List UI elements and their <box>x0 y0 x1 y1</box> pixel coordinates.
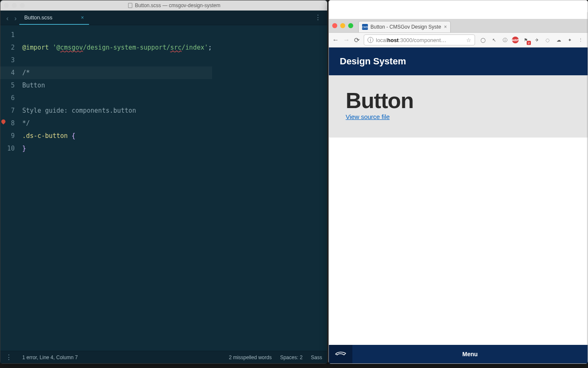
extension-icon[interactable]: ◯ <box>479 36 487 44</box>
url-text: localhost:3000/component… <box>376 37 446 43</box>
reload-icon[interactable]: ⟳ <box>354 36 360 44</box>
extension-icons: ◯ ↖ ⓘ ABP ⚑ ✈ ◌ ☁ ✦ ⋮ <box>479 36 584 44</box>
nav-back-icon[interactable]: ← <box>332 36 339 44</box>
tab-close-icon[interactable]: × <box>444 24 447 30</box>
line-number: 5 <box>0 79 15 92</box>
favicon-icon: CMS <box>362 24 368 30</box>
code-editor[interactable]: 1 2 3 4 5 6 7 8 9 10 @import '@cmsgov/de… <box>0 25 327 351</box>
site-header: Design System <box>329 48 588 75</box>
adblock-icon[interactable]: ABP <box>512 37 519 43</box>
status-spellcheck[interactable]: 2 misspelled words <box>229 355 272 360</box>
line-number: 3 <box>0 54 15 66</box>
code-token: } <box>22 145 26 152</box>
tab-overflow-icon[interactable]: ⋮ <box>315 13 324 25</box>
browser-tab-strip: CMS Button - CMSGov Design Syste × <box>329 19 588 32</box>
page-masthead: Button View source file <box>329 75 588 138</box>
minimize-window-dot[interactable] <box>12 3 17 8</box>
extension-icon[interactable]: ↖ <box>490 36 498 44</box>
editor-window: Button.scss — cmsgov-design-system ‹ › B… <box>0 0 328 364</box>
line-number: 9 <box>0 130 15 142</box>
editor-tab-active[interactable]: Button.scss × <box>19 11 89 25</box>
site-footer-bar: Menu <box>329 345 588 363</box>
browser-toolbar: ← → ⟳ i localhost:3000/component… ☆ ◯ ↖ … <box>329 32 588 48</box>
menu-button[interactable]: Menu <box>352 351 588 357</box>
line-number: 2 <box>0 41 15 54</box>
code-content[interactable]: @import '@cmsgov/design-system-support/s… <box>19 25 212 351</box>
status-language[interactable]: Sass <box>311 355 322 360</box>
code-token: Style guide: components.button <box>22 107 136 114</box>
extension-icon[interactable]: ⓘ <box>501 36 509 44</box>
editor-status-bar: ⋮ 1 error, Line 4, Column 7 2 misspelled… <box>0 351 327 363</box>
file-icon <box>128 3 132 8</box>
page-viewport: Design System Button View source file Me… <box>329 48 588 363</box>
whale-icon <box>335 351 346 357</box>
close-window-dot[interactable] <box>4 3 9 8</box>
browser-tab-active[interactable]: CMS Button - CMSGov Design Syste × <box>358 21 451 32</box>
nav-back-icon[interactable]: ‹ <box>6 15 8 22</box>
line-number: 10 <box>0 142 15 155</box>
tab-close-icon[interactable]: × <box>81 15 84 21</box>
status-cursor[interactable]: 1 error, Line 4, Column 7 <box>22 355 78 360</box>
tab-filename: Button.scss <box>24 14 52 21</box>
close-window-dot[interactable] <box>332 23 337 28</box>
line-number: 1 <box>0 29 15 41</box>
window-controls <box>4 3 25 8</box>
code-token: */ <box>22 119 30 127</box>
nav-forward-icon[interactable]: → <box>343 36 350 44</box>
window-controls <box>332 23 353 28</box>
line-number: 7 <box>0 104 15 117</box>
window-title-text: Button.scss — cmsgov-design-system <box>135 3 220 8</box>
editor-tab-bar: ‹ › Button.scss × ⋮ <box>0 11 327 25</box>
extension-icon[interactable]: ✈ <box>533 36 541 44</box>
tab-title: Button - CMSGov Design Syste <box>370 24 441 30</box>
window-title: Button.scss — cmsgov-design-system <box>25 3 324 8</box>
code-token: .ds-c-button <box>22 132 68 140</box>
chrome-menu-icon[interactable]: ⋮ <box>577 36 584 44</box>
extension-icon[interactable]: ◌ <box>544 36 551 44</box>
extension-icon[interactable]: ⚑ <box>522 36 530 44</box>
code-token: Button <box>22 82 45 89</box>
editor-titlebar[interactable]: Button.scss — cmsgov-design-system <box>0 0 327 11</box>
zoom-window-dot[interactable] <box>348 23 353 28</box>
address-bar[interactable]: i localhost:3000/component… ☆ <box>364 34 475 45</box>
code-token: ; <box>208 44 212 51</box>
status-indentation[interactable]: Spaces: 2 <box>280 355 302 360</box>
extension-icon[interactable]: ✦ <box>566 36 573 44</box>
code-token: @import <box>22 44 49 51</box>
view-source-link[interactable]: View source file <box>346 113 390 120</box>
page-body <box>329 138 588 345</box>
zoom-window-dot[interactable] <box>20 3 25 8</box>
current-line-highlight <box>0 66 212 79</box>
bookmark-star-icon[interactable]: ☆ <box>466 37 471 43</box>
status-menu-icon[interactable]: ⋮ <box>5 353 12 361</box>
code-token: '@cmsgov/design-system-support/src/index… <box>52 44 208 51</box>
minimize-window-dot[interactable] <box>340 23 345 28</box>
site-title: Design System <box>340 56 406 66</box>
line-number: 6 <box>0 92 15 104</box>
site-info-icon[interactable]: i <box>368 37 373 43</box>
browser-window: CMS Button - CMSGov Design Syste × ← → ⟳… <box>328 0 588 364</box>
code-token: { <box>68 132 75 140</box>
nav-forward-icon[interactable]: › <box>14 15 16 22</box>
page-title: Button <box>346 88 571 113</box>
extension-icon[interactable]: ☁ <box>555 36 562 44</box>
footer-logo-icon[interactable] <box>329 345 352 363</box>
